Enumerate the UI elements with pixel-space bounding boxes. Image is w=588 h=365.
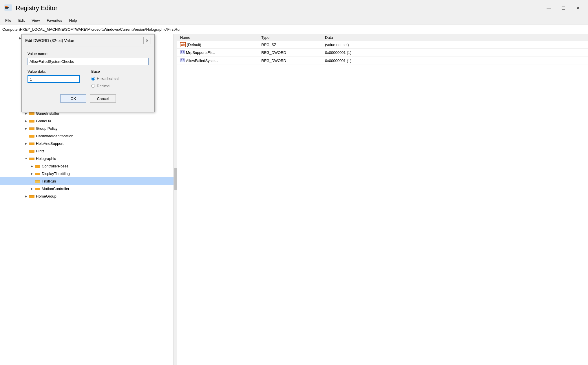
svg-rect-17: [29, 135, 34, 138]
tree-item-helpandsupport[interactable]: ▶ HelpAndSupport: [0, 140, 174, 147]
svg-rect-31: [180, 59, 185, 62]
folder-icon: [29, 194, 35, 199]
close-button[interactable]: ✕: [571, 3, 585, 13]
reg-name-cell: MrpSupportsFir...: [177, 49, 258, 57]
ok-button[interactable]: OK: [60, 94, 86, 103]
reg-type-cell: REG_DWORD: [258, 57, 322, 65]
table-row[interactable]: MrpSupportsFir... REG_DWORD 0x00000001 (…: [177, 49, 588, 57]
folder-icon: [29, 148, 35, 154]
svg-rect-20: [29, 158, 34, 160]
title-bar-left: Registry Editor: [3, 3, 57, 13]
scrollbar-thumb[interactable]: [174, 167, 177, 191]
menu-help[interactable]: Help: [66, 17, 80, 24]
svg-rect-22: [35, 173, 40, 175]
menu-bar: File Edit View Favorites Help: [0, 16, 588, 25]
tree-item-hints[interactable]: Hints: [0, 147, 174, 155]
reg-type-cell: REG_SZ: [258, 41, 322, 49]
tree-item-controllerposes[interactable]: ▶ ControllerPoses: [0, 162, 174, 170]
tree-label: FirstRun: [42, 179, 56, 183]
tree-scrollbar[interactable]: [174, 34, 177, 365]
svg-rect-29: [181, 52, 182, 53]
tree-label: DisplayThrottling: [42, 171, 70, 176]
svg-rect-1: [5, 6, 8, 7]
reg-data-cell: 0x00000001 (1): [322, 57, 588, 65]
tree-label: Group Policy: [36, 126, 57, 131]
folder-icon: [29, 141, 35, 146]
svg-rect-25: [29, 195, 34, 198]
value-name-label: Value name:: [28, 52, 149, 56]
minimize-button[interactable]: —: [542, 3, 556, 13]
reg-name: (Default): [187, 43, 201, 47]
menu-edit[interactable]: Edit: [15, 17, 28, 24]
folder-icon: [29, 118, 35, 123]
svg-rect-28: [183, 51, 184, 52]
svg-rect-26: [180, 50, 185, 54]
base-label: Base: [91, 69, 118, 74]
app-icon: [3, 3, 13, 13]
tree-label: Holographic: [36, 156, 56, 161]
tree-item-gameux[interactable]: ▶ GameUX: [0, 117, 174, 125]
tree-arrow: ▶: [29, 165, 35, 168]
ab-icon: ab: [180, 42, 186, 47]
decimal-label: Decimal: [97, 84, 110, 88]
dialog-title-bar: Edit DWORD (32-bit) Value ✕: [22, 34, 154, 47]
tree-label: HardwareIdentification: [36, 134, 73, 138]
tree-item-firstrun[interactable]: FirstRun: [0, 177, 174, 185]
value-data-label: Value data:: [28, 69, 80, 74]
dword-icon: [180, 58, 185, 63]
folder-icon: [35, 171, 41, 176]
dialog-close-button[interactable]: ✕: [143, 37, 151, 44]
tree-item-grouppolicy[interactable]: ▶ Group Policy: [0, 125, 174, 132]
cancel-button[interactable]: Cancel: [90, 94, 116, 103]
folder-icon: [29, 156, 35, 161]
svg-rect-18: [29, 143, 34, 145]
hexadecimal-radio-label[interactable]: Hexadecimal: [91, 76, 118, 81]
title-bar-controls: — ☐ ✕: [542, 3, 585, 13]
reg-data-cell: (value not set): [322, 41, 588, 49]
reg-name-cell: ab (Default): [177, 41, 258, 49]
svg-rect-27: [181, 51, 182, 52]
svg-rect-24: [35, 188, 40, 190]
tree-label: HelpAndSupport: [36, 141, 63, 146]
value-data-input[interactable]: [28, 75, 80, 83]
folder-icon: [35, 163, 41, 169]
decimal-radio-label[interactable]: Decimal: [91, 84, 118, 88]
tree-item-motioncontroller[interactable]: ▶ MotionController: [0, 185, 174, 192]
tree-item-holographic[interactable]: ▼ Holographic: [0, 155, 174, 162]
value-name-input[interactable]: [28, 58, 149, 65]
dialog-row: Value data: Base Hexadecimal Decimal: [28, 69, 149, 88]
reg-type-cell: REG_DWORD: [258, 49, 322, 57]
maximize-button[interactable]: ☐: [557, 3, 570, 13]
folder-icon: [35, 178, 41, 184]
svg-rect-23: [35, 180, 40, 183]
address-path: Computer\HKEY_LOCAL_MACHINE\SOFTWARE\Mic…: [2, 27, 182, 32]
tree-label: HomeGroup: [36, 194, 56, 198]
decimal-radio[interactable]: [91, 84, 95, 88]
tree-item-homegroup[interactable]: ▶ HomeGroup: [0, 192, 174, 200]
svg-rect-19: [29, 150, 34, 153]
tree-arrow: ▶: [23, 112, 29, 115]
table-row[interactable]: AllowFailedSyste... REG_DWORD 0x00000001…: [177, 57, 588, 65]
tree-item-hwident[interactable]: HardwareIdentification: [0, 132, 174, 140]
svg-rect-33: [183, 59, 184, 60]
folder-icon: [35, 186, 41, 191]
menu-view[interactable]: View: [29, 17, 43, 24]
tree-item-displaythrottling[interactable]: ▶ DisplayThrottling: [0, 170, 174, 177]
col-data: Data: [322, 34, 588, 41]
registry-table: Name Type Data ab (Default) REG_SZ (valu…: [177, 34, 588, 65]
dialog-content: Value name: Value data: Base Hexadecimal…: [22, 47, 154, 112]
reg-name: AllowFailedSyste...: [186, 59, 218, 63]
reg-name: MrpSupportsFir...: [186, 50, 215, 55]
tree-arrow: ▶: [23, 195, 29, 198]
menu-favorites[interactable]: Favorites: [44, 17, 65, 24]
value-data-section: Value data:: [28, 69, 80, 83]
hexadecimal-label: Hexadecimal: [97, 76, 118, 81]
col-name: Name: [177, 34, 258, 41]
folder-icon: [29, 133, 35, 138]
tree-arrow: ▶: [23, 142, 29, 145]
hexadecimal-radio[interactable]: [91, 77, 95, 81]
svg-rect-16: [29, 127, 34, 130]
table-row[interactable]: ab (Default) REG_SZ (value not set): [177, 41, 588, 49]
menu-file[interactable]: File: [2, 17, 14, 24]
tree-arrow: ▼: [23, 157, 29, 160]
